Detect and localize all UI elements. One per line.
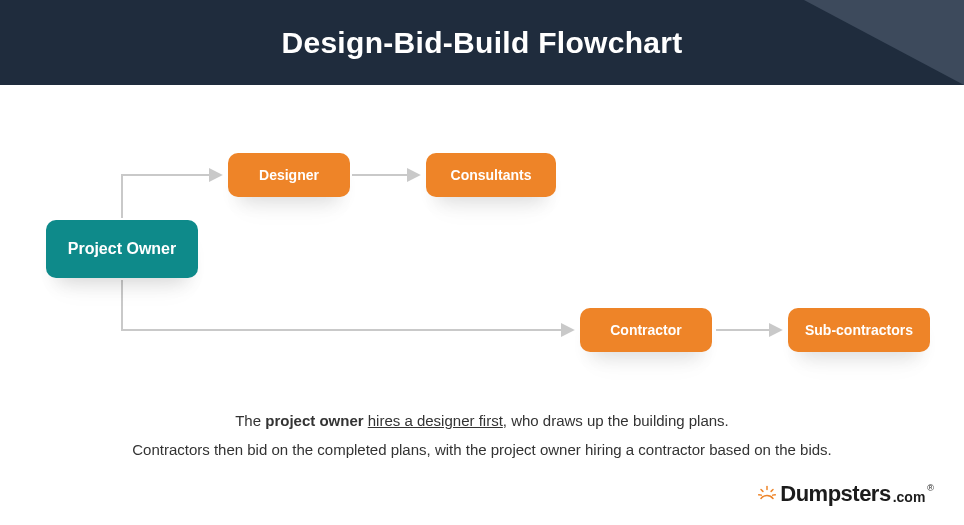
node-consultants: Consultants (426, 153, 556, 197)
page-title: Design-Bid-Build Flowchart (281, 26, 682, 60)
caption-line-1: The project owner hires a designer first… (0, 407, 964, 436)
header-bar: Design-Bid-Build Flowchart (0, 0, 964, 85)
node-project-owner: Project Owner (46, 220, 198, 278)
node-label: Consultants (451, 167, 532, 183)
caption-block: The project owner hires a designer first… (0, 407, 964, 464)
caption-text: , who draws up the building plans. (503, 412, 729, 429)
logo-sun-icon (758, 485, 776, 503)
caption-bold: project owner (265, 412, 363, 429)
node-label: Sub-contractors (805, 322, 913, 338)
svg-line-2 (771, 490, 773, 492)
flowchart-canvas: Project Owner Designer Consultants Contr… (0, 85, 964, 405)
logo-brand-text: Dumpsters (780, 481, 890, 507)
node-designer: Designer (228, 153, 350, 197)
node-subcontractors: Sub-contractors (788, 308, 930, 352)
caption-line-2: Contractors then bid on the completed pl… (0, 436, 964, 465)
caption-underline: hires a designer first (368, 412, 503, 429)
caption-text: The (235, 412, 265, 429)
brand-logo: Dumpsters .com ® (758, 481, 934, 507)
node-contractor: Contractor (580, 308, 712, 352)
logo-registered: ® (927, 483, 934, 493)
node-label: Project Owner (68, 240, 176, 258)
node-label: Designer (259, 167, 319, 183)
node-label: Contractor (610, 322, 682, 338)
svg-line-1 (761, 490, 763, 492)
logo-tld: .com (893, 489, 926, 505)
